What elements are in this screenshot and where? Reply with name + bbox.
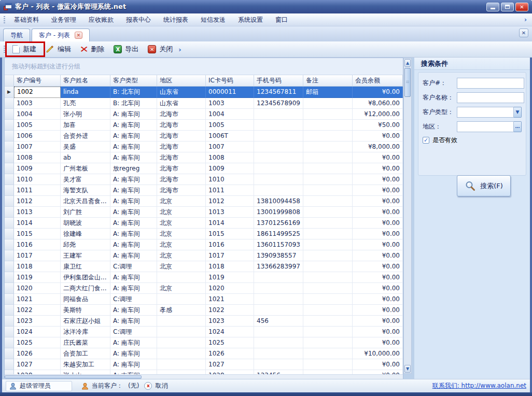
cell-customer_type[interactable]: A: 南车间: [110, 109, 157, 120]
cell-customer_name[interactable]: 广州老板: [61, 163, 110, 174]
cell-customer_type[interactable]: A: 南车间: [110, 348, 157, 359]
cell-mobile_no[interactable]: 13810094458: [254, 196, 303, 207]
cell-customer_name[interactable]: 合资外进: [61, 131, 110, 142]
cell-mobile_no[interactable]: 1234567811: [254, 87, 303, 98]
table-row[interactable]: 1021同福食品C:调理1021¥0.00: [5, 294, 403, 305]
cell-ic_card_no[interactable]: 1005: [206, 120, 254, 131]
scroll-up-icon[interactable]: ▲: [404, 59, 411, 67]
menu-item-4[interactable]: 统计报表: [157, 15, 194, 24]
cell-customer_name[interactable]: 康卫红: [61, 261, 110, 272]
cell-customer_name[interactable]: 张小明: [61, 109, 110, 120]
column-header-remark[interactable]: 备注: [303, 75, 353, 87]
customer-name-input[interactable]: [457, 92, 524, 103]
cell-customer_type[interactable]: A: 南车间: [110, 218, 157, 229]
cell-remark[interactable]: [303, 305, 353, 316]
cell-customer_name[interactable]: 合资加工: [61, 348, 110, 359]
table-row[interactable]: ▶1002lindaB: 北车间山东省00000111234567811邮箱¥0…: [5, 87, 403, 98]
cell-customer_id[interactable]: 1019: [14, 272, 61, 283]
tabstrip-close-button[interactable]: ✕: [519, 29, 528, 37]
table-row[interactable]: 1018康卫红C:调理北京101813366283997¥0.00: [5, 261, 403, 272]
cell-customer_id[interactable]: 1008: [14, 152, 61, 163]
cell-ic_card_no[interactable]: 1008: [206, 152, 254, 163]
cell-region[interactable]: [157, 316, 206, 327]
column-header-ic_card_no[interactable]: IC卡号码: [206, 75, 254, 87]
cell-customer_type[interactable]: A: 南车间: [110, 283, 157, 294]
cell-region[interactable]: [157, 359, 206, 370]
cell-customer_name[interactable]: ab: [61, 152, 110, 163]
table-row[interactable]: 1020二商大红门食...A: 南车间北京1020¥0.00: [5, 283, 403, 294]
table-row[interactable]: 1005加喜A: 南车间北海市1005¥50.00: [5, 120, 403, 131]
cell-remark[interactable]: [303, 207, 353, 218]
cell-member_balance[interactable]: ¥0.00: [353, 337, 403, 348]
cell-customer_name[interactable]: 二商大红门食...: [61, 283, 110, 294]
cell-mobile_no[interactable]: [254, 120, 303, 131]
cell-region[interactable]: 北京: [157, 207, 206, 218]
toolbar-overflow-chevron-icon[interactable]: ›: [178, 46, 181, 53]
cell-member_balance[interactable]: ¥0.00: [353, 370, 403, 374]
cell-customer_id[interactable]: 1016: [14, 239, 61, 250]
cell-mobile_no[interactable]: 18611499525: [254, 229, 303, 239]
cell-remark[interactable]: [303, 316, 353, 327]
table-row[interactable]: 1027朱越安加工A: 南车间1027¥0.00: [5, 359, 403, 370]
ellipsis-icon[interactable]: …: [514, 121, 522, 132]
cell-customer_name[interactable]: 冰洋冷库: [61, 327, 110, 337]
cell-customer_id[interactable]: 1017: [14, 250, 61, 261]
cell-customer_type[interactable]: C:调理: [110, 294, 157, 305]
table-row[interactable]: 1023石家庄赵小姐A: 南车间1023456¥0.00: [5, 316, 403, 327]
cell-customer_id[interactable]: 1026: [14, 348, 61, 359]
cell-region[interactable]: 北京: [157, 250, 206, 261]
cell-customer_name[interactable]: 同福食品: [61, 294, 110, 305]
cell-customer_name[interactable]: 朱越安加工: [61, 359, 110, 370]
cell-member_balance[interactable]: ¥0.00: [353, 239, 403, 250]
cell-customer_name[interactable]: 加喜: [61, 120, 110, 131]
cell-member_balance[interactable]: ¥0.00: [353, 261, 403, 272]
cell-customer_id[interactable]: 1003: [14, 98, 61, 109]
column-header-customer_type[interactable]: 客户类型: [110, 75, 157, 87]
export-button[interactable]: X 导出: [109, 43, 143, 55]
cancel-button[interactable]: x 取消: [144, 381, 167, 390]
cell-region[interactable]: 北海市: [157, 120, 206, 131]
cell-remark[interactable]: [303, 337, 353, 348]
cell-region[interactable]: 北海市: [157, 152, 206, 163]
cell-remark[interactable]: [303, 218, 353, 229]
search-button[interactable]: 搜索(F): [457, 175, 511, 196]
cell-customer_name[interactable]: 庄氏酱菜: [61, 337, 110, 348]
cell-member_balance[interactable]: ¥0.00: [353, 218, 403, 229]
menu-item-0[interactable]: 基础资料: [8, 15, 45, 24]
cell-member_balance[interactable]: ¥0.00: [353, 316, 403, 327]
menu-item-7[interactable]: 窗口: [269, 15, 294, 24]
cell-ic_card_no[interactable]: 1011: [206, 185, 254, 196]
cell-ic_card_no[interactable]: 1026: [206, 348, 254, 359]
cell-customer_name[interactable]: 孔亮: [61, 98, 110, 109]
cell-customer_name[interactable]: 海警支队: [61, 185, 110, 196]
cell-member_balance[interactable]: ¥0.00: [353, 359, 403, 370]
cell-region[interactable]: 北海市: [157, 163, 206, 174]
cell-remark[interactable]: [303, 163, 353, 174]
cell-customer_id[interactable]: 1022: [14, 305, 61, 316]
cell-ic_card_no[interactable]: 1015: [206, 229, 254, 239]
cell-customer_type[interactable]: A: 南车间: [110, 142, 157, 152]
cell-customer_name[interactable]: 胡晓波: [61, 218, 110, 229]
tab-navigation[interactable]: 导航: [3, 29, 30, 41]
cell-mobile_no[interactable]: [254, 131, 303, 142]
cell-ic_card_no[interactable]: 1014: [206, 218, 254, 229]
cell-ic_card_no[interactable]: 1022: [206, 305, 254, 316]
cell-mobile_no[interactable]: 13366283997: [254, 261, 303, 272]
cell-member_balance[interactable]: ¥0.00: [353, 272, 403, 283]
cell-ic_card_no[interactable]: 1027: [206, 359, 254, 370]
cell-remark[interactable]: [303, 250, 353, 261]
cell-mobile_no[interactable]: 13701256169: [254, 218, 303, 229]
cell-remark[interactable]: [303, 348, 353, 359]
cell-ic_card_no[interactable]: 1021: [206, 294, 254, 305]
cell-ic_card_no[interactable]: 1003: [206, 98, 254, 109]
cell-customer_id[interactable]: 1010: [14, 174, 61, 185]
cell-region[interactable]: 北海市: [157, 131, 206, 142]
cell-remark[interactable]: [303, 370, 353, 374]
cell-customer_name[interactable]: 美斯特: [61, 305, 110, 316]
cell-member_balance[interactable]: ¥0.00: [353, 294, 403, 305]
column-header-member_balance[interactable]: 会员余额: [353, 75, 403, 87]
cell-mobile_no[interactable]: [254, 109, 303, 120]
cell-region[interactable]: [157, 348, 206, 359]
cell-member_balance[interactable]: ¥12,000.00: [353, 109, 403, 120]
menu-item-6[interactable]: 系统设置: [232, 15, 269, 24]
